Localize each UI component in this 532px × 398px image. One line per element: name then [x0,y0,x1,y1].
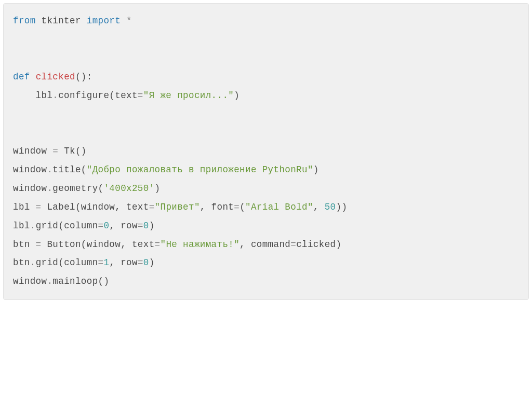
method-grid: grid [36,221,59,231]
number-literal: 1 [103,257,109,268]
parens: () [98,276,110,286]
number-literal: 0 [143,221,149,231]
obj-window: window [13,183,47,194]
star-operator: * [121,16,132,26]
close-parens: )) [336,202,347,212]
obj-btn: btn [13,257,30,268]
comma-command: , command [240,239,290,250]
equals: = [98,257,104,268]
space [58,146,64,156]
method-grid: grid [36,257,59,268]
string-literal: "Arial Bold" [245,202,313,212]
close-paren: ) [149,221,155,231]
comma-font: , font [200,202,234,212]
string-literal: '400x250' [103,183,154,194]
dot: . [47,183,52,194]
equals: = [138,257,143,268]
args: window, text [81,202,149,212]
keyword-from: from [13,16,36,26]
param-column: column [64,221,98,231]
call-tk: Tk [64,146,75,156]
call-button: Button [47,239,81,250]
open-paren: ( [58,221,64,231]
equals: = [149,202,155,212]
equals: = [52,146,58,156]
var-window: window [13,146,52,156]
keyword-def: def [13,72,30,82]
dot: . [47,164,52,175]
string-literal: "Привет" [155,202,200,212]
parens: () [75,146,87,156]
equals: = [98,221,104,231]
call-label: Label [47,202,75,212]
obj-lbl: lbl [13,221,30,231]
string-literal: "Не нажимать!" [160,239,240,250]
number-literal: 0 [103,221,109,231]
string-literal: "Я же просил..." [143,90,234,101]
equals: = [234,202,240,212]
param-text: text [115,90,138,101]
parens-colon: (): [75,72,92,82]
close-paren: ) [149,257,155,268]
open-paren: ( [81,164,87,175]
equals: = [155,239,161,250]
equals: = [138,90,143,101]
method-mainloop: mainloop [52,276,98,286]
number-literal: 50 [325,202,336,212]
open-paren: ( [240,202,245,212]
comma: , [313,202,325,212]
open-paren: ( [75,202,81,212]
method-geometry: geometry [52,183,98,194]
string-literal: "Добро пожаловать в приложение PythonRu" [87,164,313,175]
obj-window: window [13,164,47,175]
close-paren: ) [336,239,341,250]
close-paren: ) [234,90,240,101]
param-column: column [64,257,98,268]
dot: . [30,257,36,268]
obj-window: window [13,276,47,286]
dot: . [30,221,36,231]
close-paren: ) [155,183,161,194]
space [30,72,36,82]
module-name: tkinter [36,16,87,26]
var-btn: btn [13,239,36,250]
var-lbl: lbl [13,202,36,212]
dot: . [52,90,58,101]
method-configure: configure [58,90,109,101]
equals: = [290,239,296,250]
comma-row: , row [109,257,138,268]
equals: = [138,221,143,231]
space [42,239,47,250]
code-block: from tkinter import * def clicked(): lbl… [3,3,529,300]
indent-lbl: lbl [13,90,52,101]
space [42,202,47,212]
args: window, text [87,239,155,250]
open-paren: ( [81,239,87,250]
close-paren: ) [313,164,319,175]
open-paren: ( [109,90,115,101]
open-paren: ( [58,257,64,268]
method-title: title [52,164,81,175]
equals: = [36,239,42,250]
number-literal: 0 [143,257,149,268]
keyword-import: import [87,16,121,26]
equals: = [36,202,42,212]
comma-row: , row [109,221,138,231]
dot: . [47,276,52,286]
function-name: clicked [36,72,75,82]
open-paren: ( [98,183,104,194]
arg-clicked: clicked [296,239,336,250]
